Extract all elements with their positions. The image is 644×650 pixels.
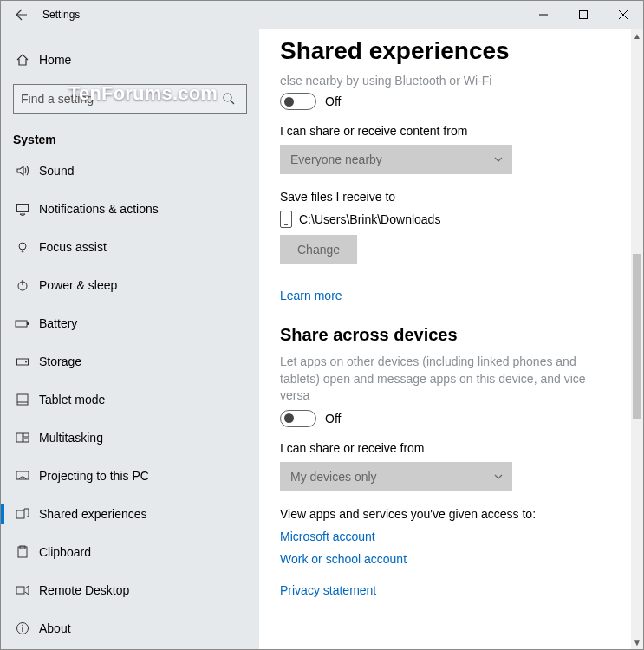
share-across-toggle[interactable]: Off <box>280 410 622 427</box>
search-input-wrapper[interactable] <box>13 84 247 114</box>
svg-rect-14 <box>17 394 28 405</box>
sidebar-home[interactable]: Home <box>1 39 259 81</box>
save-files-label: Save files I receive to <box>280 190 622 204</box>
svg-point-26 <box>22 625 23 627</box>
sidebar-item-storage[interactable]: Storage <box>1 342 259 380</box>
shared-experiences-icon <box>14 507 31 521</box>
maximize-button[interactable] <box>563 1 603 29</box>
scrollbar[interactable]: ▲ ▼ <box>631 29 643 649</box>
sidebar-item-remote-desktop[interactable]: Remote Desktop <box>1 571 259 609</box>
multitasking-icon <box>14 431 31 445</box>
sidebar-item-shared-experiences[interactable]: Shared experiences <box>1 495 259 533</box>
svg-rect-18 <box>23 439 29 442</box>
sidebar: Home TenForums.com System Sound Notifica… <box>1 29 259 649</box>
toggle-state-label: Off <box>325 412 341 426</box>
svg-line-5 <box>231 101 234 104</box>
sidebar-nav: Sound Notifications & actions Focus assi… <box>1 152 259 647</box>
sidebar-item-label: Remote Desktop <box>39 583 129 597</box>
svg-rect-19 <box>16 471 29 479</box>
share-from2-dropdown[interactable]: My devices only <box>280 462 512 491</box>
sidebar-item-label: Sound <box>39 164 74 178</box>
scrollbar-thumb[interactable] <box>633 254 641 419</box>
toggle-state-label: Off <box>325 94 341 108</box>
sidebar-item-label: Shared experiences <box>39 507 147 521</box>
svg-rect-1 <box>580 11 588 19</box>
close-icon <box>619 10 628 19</box>
sidebar-item-multitasking[interactable]: Multitasking <box>1 419 259 457</box>
maximize-icon <box>579 10 588 19</box>
sidebar-item-about[interactable]: About <box>1 609 259 647</box>
svg-rect-23 <box>16 587 24 594</box>
toggle-switch-icon <box>280 410 316 427</box>
privacy-statement-link[interactable]: Privacy statement <box>280 583 622 597</box>
svg-rect-11 <box>27 322 29 325</box>
chevron-down-icon <box>493 154 504 165</box>
home-icon <box>14 53 31 67</box>
sidebar-item-label: Notifications & actions <box>39 202 159 216</box>
save-path-row: C:\Users\Brink\Downloads <box>280 211 622 228</box>
work-school-account-link[interactable]: Work or school account <box>280 552 622 566</box>
svg-rect-20 <box>16 510 24 518</box>
back-arrow-icon <box>15 8 29 22</box>
sidebar-item-label: Clipboard <box>39 545 91 559</box>
sidebar-item-label: Focus assist <box>39 240 107 254</box>
svg-rect-10 <box>16 321 27 327</box>
dropdown-value: Everyone nearby <box>290 153 382 166</box>
save-path: C:\Users\Brink\Downloads <box>299 212 440 226</box>
sidebar-item-label: Multitasking <box>39 431 103 445</box>
svg-rect-6 <box>17 205 29 212</box>
sidebar-item-notifications[interactable]: Notifications & actions <box>1 190 259 228</box>
svg-point-7 <box>19 243 26 250</box>
toggle-switch-icon <box>280 93 316 110</box>
sidebar-item-projecting[interactable]: Projecting to this PC <box>1 457 259 495</box>
sidebar-home-label: Home <box>39 53 71 67</box>
chevron-down-icon <box>493 471 504 482</box>
sidebar-item-focus-assist[interactable]: Focus assist <box>1 228 259 266</box>
section-share-across-devices: Share across devices <box>280 325 622 345</box>
section-description: Let apps on other devices (including lin… <box>280 354 618 405</box>
close-button[interactable] <box>603 1 643 29</box>
search-input[interactable] <box>21 92 222 106</box>
sidebar-item-label: Projecting to this PC <box>39 469 149 483</box>
back-button[interactable] <box>1 1 42 29</box>
storage-icon <box>14 354 31 368</box>
sidebar-item-power-sleep[interactable]: Power & sleep <box>1 266 259 304</box>
minimize-icon <box>539 10 548 19</box>
sidebar-item-label: Tablet mode <box>39 393 105 406</box>
truncated-description: else nearby by using Bluetooth or Wi-Fi <box>280 74 622 88</box>
scroll-down-arrow-icon[interactable]: ▼ <box>631 635 643 649</box>
minimize-button[interactable] <box>524 1 563 29</box>
projecting-icon <box>14 469 31 483</box>
window-title: Settings <box>42 9 80 21</box>
sidebar-item-sound[interactable]: Sound <box>1 152 259 190</box>
svg-rect-17 <box>23 433 29 437</box>
change-button[interactable]: Change <box>280 235 357 264</box>
titlebar: Settings <box>1 1 643 29</box>
power-icon <box>14 278 31 292</box>
tablet-icon <box>14 393 31 406</box>
svg-point-4 <box>224 94 231 101</box>
share-from2-label: I can share or receive from <box>280 441 622 455</box>
sidebar-item-tablet-mode[interactable]: Tablet mode <box>1 380 259 419</box>
focus-assist-icon <box>14 240 31 254</box>
share-from-label: I can share or receive content from <box>280 124 622 138</box>
svg-rect-16 <box>16 433 23 442</box>
share-from-dropdown[interactable]: Everyone nearby <box>280 145 512 174</box>
page-title: Shared experiences <box>280 37 622 65</box>
sidebar-item-label: About <box>39 621 71 635</box>
microsoft-account-link[interactable]: Microsoft account <box>280 530 622 543</box>
sound-icon <box>14 164 31 178</box>
about-icon <box>14 621 31 635</box>
nearby-share-toggle[interactable]: Off <box>280 93 622 110</box>
search-icon <box>222 92 239 106</box>
remote-desktop-icon <box>14 583 31 597</box>
battery-icon <box>14 316 31 330</box>
learn-more-link[interactable]: Learn more <box>280 289 622 302</box>
scroll-up-arrow-icon[interactable]: ▲ <box>631 29 643 42</box>
view-apps-label: View apps and services you've given acce… <box>280 507 622 521</box>
sidebar-item-clipboard[interactable]: Clipboard <box>1 533 259 571</box>
sidebar-item-label: Storage <box>39 354 81 368</box>
dropdown-value: My devices only <box>290 470 377 484</box>
sidebar-item-label: Battery <box>39 316 77 330</box>
sidebar-item-battery[interactable]: Battery <box>1 304 259 342</box>
